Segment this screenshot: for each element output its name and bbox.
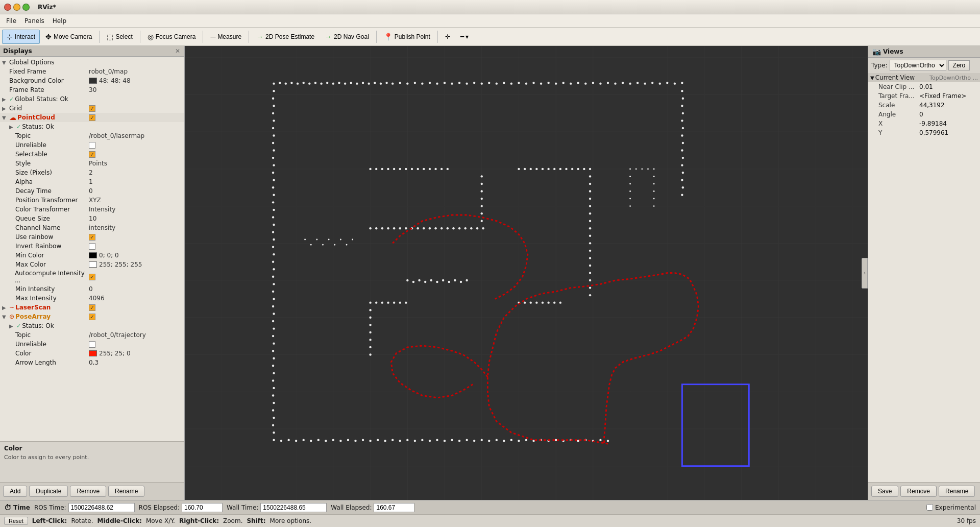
visualization-canvas[interactable]: [185, 46, 868, 500]
near-clip-row[interactable]: Near Clip ... 0,01: [868, 82, 980, 91]
menu-panels[interactable]: Panels: [20, 16, 48, 26]
grid-arrow[interactable]: ▶: [2, 106, 8, 111]
pa-color-swatch[interactable]: [89, 350, 97, 356]
reset-button[interactable]: Reset: [4, 517, 28, 525]
pc-max-intensity-row[interactable]: Max Intensity 4096: [0, 294, 184, 303]
toolbar-publish-point[interactable]: 📍 Publish Point: [379, 30, 435, 44]
experimental-checkbox[interactable]: [926, 504, 933, 511]
views-zero-button[interactable]: Zero: [948, 60, 970, 70]
global-options-arrow[interactable]: ▼: [2, 60, 8, 65]
pointcloud-arrow[interactable]: ▼: [2, 115, 8, 121]
pc-queue-row[interactable]: Queue Size 10: [0, 214, 184, 223]
3d-view[interactable]: ›: [185, 46, 868, 500]
toolbar-move-camera[interactable]: ✥ Move Camera: [41, 30, 96, 44]
menu-help[interactable]: Help: [48, 16, 70, 26]
fixed-frame-row[interactable]: Fixed Frame robot_0/map: [0, 67, 184, 76]
right-panel-collapse-handle[interactable]: ›: [862, 258, 868, 289]
pc-max-color-swatch[interactable]: [89, 261, 97, 268]
toolbar-extra[interactable]: ━ ▾: [456, 30, 473, 44]
target-frame-row[interactable]: Target Fra... <Fixed Frame>: [868, 91, 980, 101]
current-view-collapse-arrow[interactable]: ▼: [870, 75, 874, 81]
views-remove-button[interactable]: Remove: [900, 486, 937, 497]
frame-rate-row[interactable]: Frame Rate 30: [0, 85, 184, 94]
pa-status-arrow[interactable]: ▶: [9, 323, 15, 329]
rename-display-button[interactable]: Rename: [108, 486, 144, 497]
laserscan-arrow[interactable]: ▶: [2, 305, 8, 310]
pc-rainbow-row[interactable]: Use rainbow ✓: [0, 232, 184, 242]
grid-checkbox[interactable]: ✓: [89, 105, 95, 112]
laserscan-checkbox[interactable]: ✓: [89, 304, 95, 311]
pc-min-color-row[interactable]: Min Color 0; 0; 0: [0, 251, 184, 260]
laserscan-row[interactable]: ▶ ~ LaserScan ✓: [0, 303, 184, 312]
pc-rainbow-checkbox[interactable]: ✓: [89, 234, 95, 241]
toolbar-interact[interactable]: ⊹ Interact: [2, 30, 40, 44]
pc-max-color-row[interactable]: Max Color 255; 255; 255: [0, 260, 184, 269]
pc-style-row[interactable]: Style Points: [0, 159, 184, 168]
toolbar-add-interaction[interactable]: ✛: [440, 30, 455, 44]
pc-status-arrow[interactable]: ▶: [9, 124, 15, 130]
add-display-button[interactable]: Add: [3, 486, 27, 497]
pc-size-row[interactable]: Size (Pixels) 2: [0, 168, 184, 177]
pa-unreliable-checkbox[interactable]: [89, 341, 95, 348]
duplicate-display-button[interactable]: Duplicate: [29, 486, 68, 497]
current-view-header[interactable]: ▼ Current View TopDownOrtho ...: [868, 73, 980, 82]
pc-autocompute-checkbox[interactable]: ✓: [89, 274, 95, 280]
background-color-swatch[interactable]: [89, 78, 97, 84]
pc-invert-rainbow-checkbox[interactable]: [89, 243, 95, 250]
pa-color-row[interactable]: Color 255; 25; 0: [0, 349, 184, 358]
pointcloud-row[interactable]: ▼ ☁ PointCloud ✓: [0, 113, 184, 122]
pc-selectable-row[interactable]: Selectable ✓: [0, 150, 184, 159]
angle-row[interactable]: Angle 0: [868, 110, 980, 119]
pc-unreliable-row[interactable]: Unreliable: [0, 140, 184, 150]
minimize-button[interactable]: [13, 4, 20, 11]
pa-unreliable-row[interactable]: Unreliable: [0, 340, 184, 349]
pc-min-color-swatch[interactable]: [89, 252, 97, 258]
displays-close-button[interactable]: ✕: [174, 47, 181, 55]
ros-time-input[interactable]: [68, 503, 135, 512]
toolbar-measure[interactable]: ─ Measure: [206, 30, 246, 44]
pa-status-row[interactable]: ▶ ✓ Status: Ok: [0, 321, 184, 330]
x-row[interactable]: X -9,89184: [868, 119, 980, 128]
grid-row[interactable]: ▶ Grid ✓: [0, 104, 184, 113]
pc-color-transformer-row[interactable]: Color Transformer Intensity: [0, 205, 184, 214]
toolbar-focus-camera[interactable]: ◎ Focus Camera: [143, 30, 201, 44]
wall-time-input[interactable]: [260, 503, 327, 512]
toolbar-2d-nav[interactable]: → 2D Nav Goal: [320, 30, 374, 44]
pc-channel-row[interactable]: Channel Name intensity: [0, 223, 184, 232]
posearray-row[interactable]: ▼ ⊕ PoseArray ✓: [0, 312, 184, 321]
posearray-arrow[interactable]: ▼: [2, 314, 8, 320]
pointcloud-checkbox[interactable]: ✓: [89, 114, 95, 121]
displays-tree[interactable]: ▼ Global Options Fixed Frame robot_0/map: [0, 57, 184, 441]
ros-elapsed-input[interactable]: [182, 503, 223, 512]
global-status-arrow[interactable]: ▶: [2, 97, 8, 102]
maximize-button[interactable]: [22, 4, 30, 11]
svg-point-278: [448, 281, 450, 283]
pc-autocompute-row[interactable]: Autocompute Intensity ... ✓: [0, 269, 184, 284]
pc-decay-row[interactable]: Decay Time 0: [0, 186, 184, 196]
scale-row[interactable]: Scale 44,3192: [868, 101, 980, 110]
posearray-checkbox[interactable]: ✓: [89, 314, 95, 320]
views-rename-button[interactable]: Rename: [939, 486, 975, 497]
menu-file[interactable]: File: [2, 16, 20, 26]
global-status-row[interactable]: ▶ ✓ Global Status: Ok: [0, 94, 184, 104]
views-type-select[interactable]: TopDownOrtho: [890, 60, 946, 71]
views-save-button[interactable]: Save: [871, 486, 898, 497]
pc-status-row[interactable]: ▶ ✓ Status: Ok: [0, 122, 184, 131]
pa-arrow-length-row[interactable]: Arrow Length 0,3: [0, 358, 184, 367]
toolbar-select[interactable]: ⬚ Select: [102, 30, 137, 44]
y-row[interactable]: Y 0,579961: [868, 128, 980, 137]
wall-elapsed-input[interactable]: [374, 503, 414, 512]
pc-unreliable-checkbox[interactable]: [89, 142, 95, 149]
global-options-row[interactable]: ▼ Global Options: [0, 58, 184, 67]
pc-min-intensity-row[interactable]: Min Intensity 0: [0, 284, 184, 294]
background-color-row[interactable]: Background Color 48; 48; 48: [0, 76, 184, 85]
pc-invert-rainbow-row[interactable]: Invert Rainbow: [0, 242, 184, 251]
toolbar-2d-pose[interactable]: → 2D Pose Estimate: [252, 30, 319, 44]
pc-pos-transformer-row[interactable]: Position Transformer XYZ: [0, 196, 184, 205]
pc-selectable-checkbox[interactable]: ✓: [89, 151, 95, 158]
close-button[interactable]: [4, 4, 11, 11]
remove-display-button[interactable]: Remove: [70, 486, 106, 497]
pa-topic-row[interactable]: Topic /robot_0/trajectory: [0, 330, 184, 340]
pc-alpha-row[interactable]: Alpha 1: [0, 177, 184, 186]
pc-topic-row[interactable]: Topic /robot_0/lasermap: [0, 131, 184, 140]
